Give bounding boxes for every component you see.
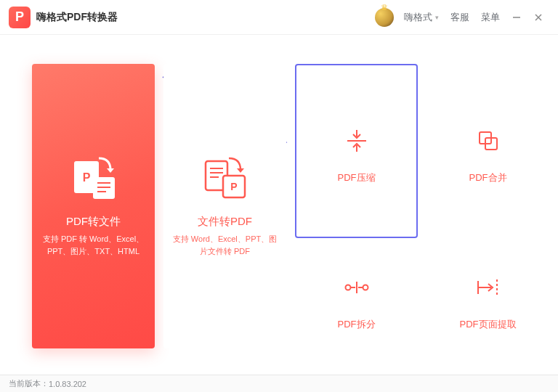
chevron-down-icon: ▾ — [435, 14, 439, 21]
card-title: 文件转PDF — [198, 215, 252, 229]
file-to-pdf-icon: P — [200, 155, 251, 202]
main-content: P PDF转文件 支持 PDF 转 Word、Excel、PPT、图片、TXT、… — [0, 35, 558, 375]
card-subtitle: 支持 Word、Excel、PPT、图片文件转 PDF — [163, 233, 286, 257]
merge-icon — [463, 118, 514, 164]
svg-text:P: P — [230, 181, 237, 192]
card-title: PDF拆分 — [338, 318, 376, 331]
crown-icon: ♛ — [381, 3, 388, 12]
split-icon — [331, 264, 382, 311]
compress-icon — [331, 118, 382, 164]
card-pdf-to-file[interactable]: P PDF转文件 支持 PDF 转 Word、Excel、PPT、图片、TXT、… — [32, 64, 155, 348]
extract-icon — [463, 264, 514, 311]
statusbar: 当前版本：1.0.83.202 — [0, 375, 558, 392]
card-pdf-extract[interactable]: PDF页面提取 — [426, 247, 549, 348]
close-button[interactable] — [527, 7, 549, 28]
menu-button[interactable]: 菜单 — [481, 11, 500, 24]
titlebar: P 嗨格式PDF转换器 ♛ 嗨格式▾ 客服 菜单 — [0, 0, 558, 35]
version-value: 1.0.83.202 — [49, 380, 86, 388]
svg-point-21 — [345, 285, 350, 290]
card-title: PDF转文件 — [66, 215, 121, 229]
user-avatar[interactable]: ♛ — [375, 8, 394, 27]
card-subtitle: 支持 PDF 转 Word、Excel、PPT、图片、TXT、HTML — [32, 233, 155, 257]
user-menu[interactable]: 嗨格式▾ — [404, 11, 439, 24]
svg-point-25 — [363, 285, 368, 290]
version-label: 当前版本： — [9, 378, 49, 389]
card-title: PDF合并 — [469, 171, 507, 184]
card-pdf-split[interactable]: PDF拆分 — [295, 247, 418, 348]
card-file-to-pdf[interactable]: P 文件转PDF 支持 Word、Excel、PPT、图片文件转 PDF — [163, 64, 286, 348]
card-pdf-compress[interactable]: PDF压缩 — [295, 64, 418, 238]
app-logo: P — [9, 7, 31, 28]
card-title: PDF页面提取 — [460, 318, 517, 331]
support-button[interactable]: 客服 — [450, 11, 469, 24]
minimize-button[interactable] — [506, 7, 527, 28]
svg-text:P: P — [82, 171, 90, 184]
app-title: 嗨格式PDF转换器 — [36, 11, 118, 24]
card-pdf-merge[interactable]: PDF合并 — [426, 64, 549, 238]
pdf-to-file-icon: P — [68, 155, 119, 202]
card-title: PDF压缩 — [338, 171, 376, 184]
